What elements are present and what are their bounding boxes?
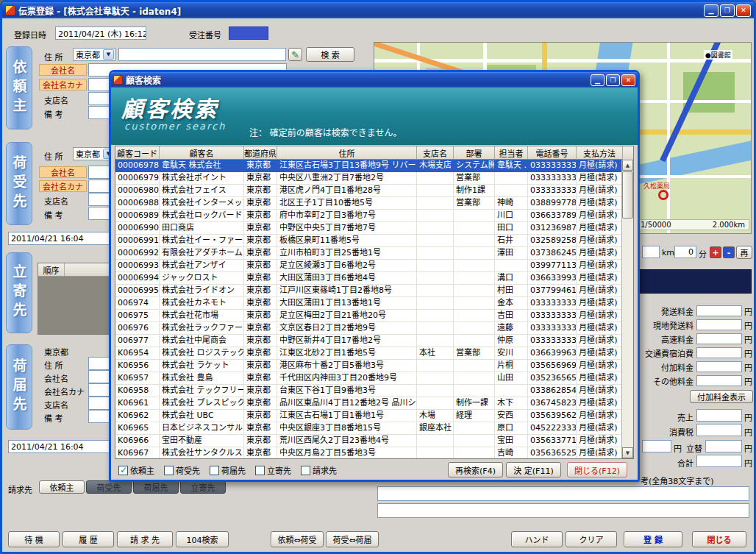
maximize-button[interactable]: ❐ xyxy=(720,4,735,17)
zoom-plus-button[interactable]: + xyxy=(710,246,721,258)
main-titlebar[interactable]: 伝票登録 - [株式会社韋駄天 - idaten4] ▁ ❐ ✕ xyxy=(2,2,754,18)
filter-checkbox-0[interactable]: 依頼主 xyxy=(118,464,154,476)
fee-input[interactable] xyxy=(696,361,742,372)
sales-input[interactable] xyxy=(696,409,742,422)
column-header[interactable]: 担当者 xyxy=(495,146,528,160)
column-header[interactable]: 顧客名 xyxy=(160,146,244,160)
table-row[interactable]: 00006989株式会社ロックバード東京都府中市幸町2丁目3番地7号川口0366… xyxy=(115,210,621,222)
toolbar-button-9[interactable]: 閉じる xyxy=(692,531,746,547)
table-row[interactable]: 00006980株式会社フェイス東京都港区虎ノ門4丁目1番地28号制作1課033… xyxy=(115,185,621,197)
checkbox-box[interactable] xyxy=(210,466,219,475)
dialog-titlebar[interactable]: 顧客検索 ▁ ❐ ✕ xyxy=(111,72,638,88)
table-row[interactable]: 006975株式会社花市場東京都足立区梅田2丁目21番地20号吉田0333333… xyxy=(115,310,621,322)
checkbox-box[interactable] xyxy=(301,466,310,475)
remark-input-1[interactable] xyxy=(377,486,749,501)
minimize-button[interactable]: ▁ xyxy=(704,4,718,17)
billing-button-0[interactable]: 依頼主 xyxy=(39,480,85,494)
table-row[interactable]: 00006979株式会社ポイント東京都中央区八重洲2丁目7番地2号営業部0333… xyxy=(115,172,621,185)
dialog-close-button[interactable]: ✕ xyxy=(621,74,635,86)
dialog-close-f12-button[interactable]: 閉じる(F12) xyxy=(567,462,627,477)
decide-button[interactable]: 決 定(F11) xyxy=(506,462,561,477)
dialog-maximize-button[interactable]: ❐ xyxy=(606,74,620,86)
sender-edit-button[interactable]: ✎ xyxy=(288,48,302,61)
fee-input[interactable] xyxy=(696,347,742,358)
filter-checkbox-2[interactable]: 荷届先 xyxy=(210,464,246,476)
map-refresh-button[interactable]: 再 xyxy=(736,246,752,259)
table-row[interactable]: K06961株式会社 プレスピック東京都品川区東品川4丁目12番地2号 品川シー… xyxy=(115,397,621,410)
table-row[interactable]: 00006990田口商店東京都中野区中央5丁目7番地7号田口0312369874… xyxy=(115,222,621,235)
fee-input[interactable] xyxy=(696,305,742,316)
toolbar-button-5[interactable]: 荷受⇔荷届 xyxy=(326,531,379,547)
pickup-eta-field[interactable]: 2011/04/21 16:04 xyxy=(8,232,110,245)
table-row[interactable]: K06962株式会社 UBC東京都江東区古石場1丁目1番地1号木場経理安西035… xyxy=(115,410,621,422)
delivery-eta-field[interactable]: 2011/04/21 16:04 xyxy=(8,440,110,453)
table-row[interactable]: 00006994ジャックロスト東京都大田区蒲田3丁目6番地4号溝口0366339… xyxy=(115,272,621,285)
reg-datetime-field[interactable]: 2011/04/21 (木) 16:12 xyxy=(55,26,146,40)
column-header[interactable]: 部署 xyxy=(454,146,495,160)
close-button[interactable]: ✕ xyxy=(736,4,751,17)
fee-input[interactable] xyxy=(696,333,742,344)
scroll-thumb[interactable] xyxy=(622,171,633,219)
toolbar-button-2[interactable]: 請 求 先 xyxy=(117,531,173,547)
billing-button-2[interactable]: 荷届先 xyxy=(133,480,179,494)
filter-checkbox-1[interactable]: 荷受先 xyxy=(164,464,200,476)
filter-checkbox-4[interactable]: 請求先 xyxy=(301,464,337,476)
total-input[interactable] xyxy=(696,455,742,467)
table-row[interactable]: K06957株式会社 豊島東京都千代田区内神田3丁目20番地9号山田035236… xyxy=(115,372,621,385)
table-row[interactable]: K06967株式会社サンタクルス東京都中央区月島2丁目5番地3号吉崎035636… xyxy=(115,447,621,458)
column-header[interactable]: 支店名 xyxy=(417,146,454,160)
table-row[interactable]: 006977株式会社中尾商会東京都中野区新井4丁目17番地2号仲原0333333… xyxy=(115,335,621,347)
checkbox-box[interactable] xyxy=(164,466,174,475)
checkbox-box[interactable] xyxy=(118,466,128,475)
checkbox-box[interactable] xyxy=(255,466,265,475)
column-header[interactable]: 支払方法 xyxy=(577,146,623,160)
table-row[interactable]: 006976株式会社ラックファースト東京都文京区春日2丁目2番地9号遠藤0333… xyxy=(115,322,621,335)
table-row[interactable]: K06956株式会社 ラケット東京都港区麻布十番2丁目5番地3号片桐035656… xyxy=(115,360,621,372)
table-row[interactable]: 006974株式会社カネモト東京都大田区蒲田1丁目13番地1号金本0333333… xyxy=(115,297,621,310)
chevron-down-icon[interactable]: ▼ xyxy=(103,49,114,60)
show-surcharge-button[interactable]: 付加料金表示 xyxy=(690,390,753,403)
zoom-minus-button[interactable]: - xyxy=(723,246,735,258)
column-header[interactable]: 都道府県 xyxy=(244,146,277,160)
dialog-minimize-button[interactable]: ▁ xyxy=(591,74,605,86)
table-row[interactable]: 00006995株式会社ライドオン東京都江戸川区東篠崎1丁目2番地8号村田037… xyxy=(115,285,621,297)
fee-input[interactable] xyxy=(696,319,742,330)
table-row[interactable]: K06954株式会社 ロジステック東京都江東区北砂2丁目1番地5号本社営業部安川… xyxy=(115,347,621,360)
billing-button-3[interactable]: 立寄先 xyxy=(180,480,226,494)
table-row[interactable]: 00006988株式会社インターメッツ東京都北区王子1丁目10番地5号営業部神崎… xyxy=(115,197,621,210)
sender-search-button[interactable]: 検 索 xyxy=(306,47,354,62)
scroll-down-icon[interactable]: ▼ xyxy=(622,447,633,458)
table-row[interactable]: 00006978韋駄天 株式会社東京都江東区古石場3丁目13番地9号 リバーサイ… xyxy=(115,160,621,172)
sender-pref-combo[interactable]: 東京都 ▼ xyxy=(73,48,115,61)
column-header[interactable]: 住所 xyxy=(277,146,417,160)
tax-input[interactable] xyxy=(696,424,742,436)
billing-button-1[interactable]: 荷受先 xyxy=(86,480,132,494)
research-button[interactable]: 再検索(F4) xyxy=(448,462,503,477)
toolbar-button-6[interactable]: ハンド xyxy=(511,531,563,547)
table-row[interactable]: 00006993株式会社アンザイ東京都足立区綾瀬3丁目6番地2号03997711… xyxy=(115,260,621,272)
table-row[interactable]: 00006992有限会社アダチホームズ東京都立川市柏町3丁目25番地1号澤田03… xyxy=(115,247,621,260)
order-no-field[interactable] xyxy=(229,26,268,40)
table-row[interactable]: 00006991株式会社イー・ファースト東京都板橋区泉町11番地5号石井0325… xyxy=(115,235,621,247)
filter-checkbox-3[interactable]: 立寄先 xyxy=(255,464,291,476)
distance-km-input[interactable] xyxy=(642,246,660,258)
table-row[interactable]: K06965日本ビジネスコンサルテ...東京都中央区銀座3丁目8番地15号銀座本… xyxy=(115,422,621,435)
toolbar-button-1[interactable]: 履 歴 xyxy=(63,531,114,547)
toolbar-button-4[interactable]: 依頼⇔荷受 xyxy=(271,531,324,547)
scroll-up-icon[interactable]: ▲ xyxy=(622,160,633,171)
misc-input[interactable] xyxy=(642,440,671,452)
minutes-input[interactable]: 0 xyxy=(674,246,696,258)
toolbar-button-8[interactable]: 登 録 xyxy=(624,531,682,547)
fee-input[interactable] xyxy=(696,375,742,386)
table-row[interactable]: K06966宝田不動産東京都荒川区西尾久2丁目23番地4号宝田035633771… xyxy=(115,435,621,447)
table-scrollbar[interactable]: ▲ ▼ xyxy=(621,160,633,458)
toolbar-button-7[interactable]: クリア xyxy=(566,531,617,547)
toolbar-button-0[interactable]: 待 機 xyxy=(8,531,60,547)
advance-input[interactable] xyxy=(705,440,742,452)
remark-input-2[interactable] xyxy=(377,503,749,518)
toolbar-button-3[interactable]: 104検索 xyxy=(176,531,229,547)
column-header[interactable]: 電話番号 xyxy=(528,146,577,160)
sender-address-input[interactable] xyxy=(118,48,286,61)
column-header[interactable]: 顧客コード xyxy=(115,146,160,160)
table-row[interactable]: K06958株式会社 テックフリー東京都台東区下谷1丁目9番地3号0338628… xyxy=(115,385,621,397)
